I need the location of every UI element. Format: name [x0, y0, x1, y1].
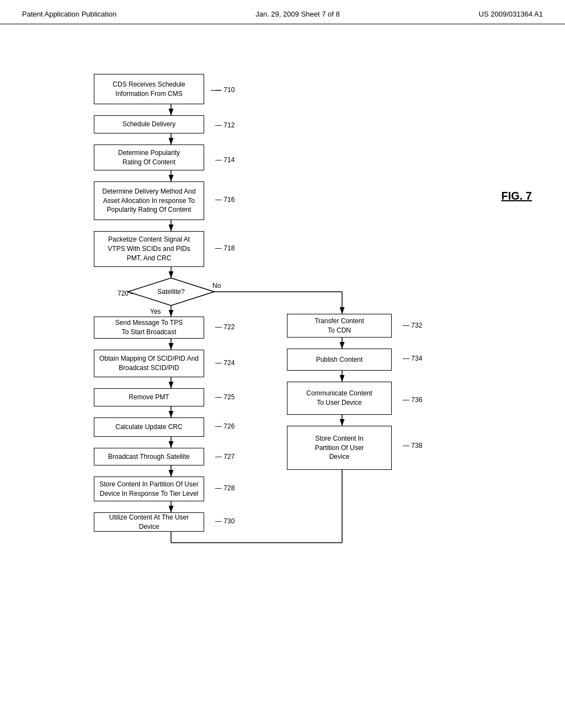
header-right: US 2009/031364 A1: [479, 10, 543, 18]
svg-text:— 710: — 710: [215, 86, 235, 94]
svg-text:— 730: — 730: [215, 517, 235, 525]
svg-text:— 714: — 714: [215, 156, 235, 164]
node-716: Determine Delivery Method And Asset Allo…: [94, 181, 204, 220]
main-content: FIG. 7: [0, 24, 565, 664]
node-720-diamond: Satellite?: [127, 277, 215, 307]
svg-text:— 712: — 712: [215, 121, 235, 129]
svg-text:Satellite?: Satellite?: [157, 288, 185, 296]
svg-text:— 728: — 728: [215, 484, 235, 492]
node-730: Utilize Content At The User Device: [94, 512, 204, 532]
page-header: Patent Application Publication Jan. 29, …: [0, 0, 565, 24]
svg-text:— 725: — 725: [215, 393, 235, 401]
node-712: Schedule Delivery: [94, 115, 204, 133]
node-732: Transfer Content To CDN: [287, 314, 392, 338]
node-725: Remove PMT: [94, 388, 204, 406]
node-724: Obtain Mapping Of SCID/PID And Broadcast…: [94, 350, 204, 377]
svg-text:— 736: — 736: [403, 396, 423, 404]
svg-text:— 716: — 716: [215, 196, 235, 204]
svg-text:— 732: — 732: [403, 322, 423, 329]
svg-text:— 734: — 734: [403, 355, 423, 362]
node-734: Publish Content: [287, 349, 392, 371]
svg-text:— 727: — 727: [215, 453, 235, 461]
node-714: Determine Popularity Rating Of Content: [94, 144, 204, 170]
node-727: Broadcast Through Satellite: [94, 448, 204, 465]
header-left: Patent Application Publication: [22, 10, 116, 18]
flowchart: Yes No — 710 — 712 — 714 — 716 — 718 720…: [22, 52, 543, 647]
node-738: Store Content In Partition Of User Devic…: [287, 426, 392, 470]
node-726: Calculate Update CRC: [94, 417, 204, 437]
svg-text:— 738: — 738: [403, 442, 423, 449]
svg-text:— 722: — 722: [215, 323, 235, 331]
header-center: Jan. 29, 2009 Sheet 7 of 8: [255, 10, 340, 18]
svg-text:Yes: Yes: [150, 308, 161, 315]
svg-text:— 724: — 724: [215, 359, 235, 367]
node-728: Store Content In Partition Of User Devic…: [94, 477, 204, 501]
svg-text:— 726: — 726: [215, 422, 235, 430]
svg-text:— 718: — 718: [215, 244, 235, 252]
node-722: Send Message To TPS To Start Broadcast: [94, 317, 204, 339]
node-710: CDS Receives Schedule Information From C…: [94, 74, 204, 104]
node-718: Packetize Content Signal At VTPS With SC…: [94, 231, 204, 267]
node-736: Communicate Content To User Device: [287, 382, 392, 415]
